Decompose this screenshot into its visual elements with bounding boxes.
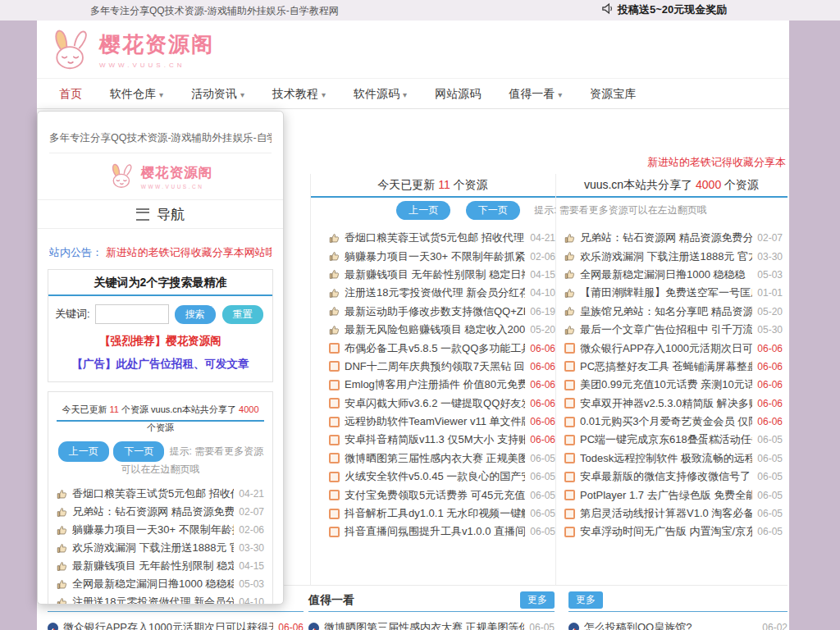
list-item[interactable]: 最新赚钱项目 无年龄性别限制 稳定日撸04-15: [57, 557, 264, 575]
list-item[interactable]: 欢乐游戏漏洞 下载注册送1888元 官方合03-30: [57, 539, 264, 557]
resource-list-left: 香烟口粮芙蓉王试货5元包邮 招收代理04-21躺赚暴力项目一天30+ 不限制年龄…: [329, 229, 555, 541]
list-item[interactable]: 微博晒图第三届性感内衣大赛 正规美图等你欣06-05: [329, 450, 555, 468]
resource-list-right: 兄弟站：钻石资源网 精品资源免费分享基地02-07欢乐游戏漏洞 下载注册送188…: [564, 229, 783, 541]
search-button[interactable]: 搜索: [175, 305, 216, 324]
nav-label: 技术教程: [272, 80, 318, 108]
item-date: 05-03: [239, 578, 264, 590]
list-item[interactable]: 火绒安全软件v5.0.45 一款良心的国产安全软件06-05: [329, 468, 555, 486]
list-item[interactable]: 最后一个文章广告位招租中 引千万流 聚八方05-30: [564, 321, 783, 339]
mobile-site-domain: WWW.VUUS.CN: [141, 184, 213, 189]
more-button[interactable]: 更多: [520, 591, 555, 609]
list-item[interactable]: 美团0.99元充值10元话费 亲测10元话费秒到06-06: [564, 376, 783, 394]
article-icon: [568, 623, 579, 630]
prev-page-button[interactable]: 上一页: [396, 201, 450, 220]
nav-item[interactable]: 值得一看▾: [495, 79, 576, 108]
item-date: 06-02: [762, 622, 788, 630]
nav-label: 活动资讯: [191, 80, 237, 108]
file-icon: [329, 398, 340, 409]
list-item[interactable]: 微博晒图第三届性感内衣大赛 正规美图等你欣赏06-05: [308, 618, 555, 630]
item-title: 全网最新稳定漏洞日撸1000 稳稳稳: [72, 577, 234, 591]
item-date: 01-01: [757, 287, 783, 299]
item-title: 最新赚钱项目 无年龄性别限制 稳定日撸: [72, 559, 234, 573]
item-title: PC端一键完成京东618叠蛋糕活动任务工具: [580, 432, 752, 447]
promo-banner[interactable]: 投稿送5~20元现金奖励: [601, 2, 727, 17]
item-date: 06-06: [757, 398, 783, 409]
nav-item[interactable]: 活动资讯▾: [177, 79, 258, 108]
file-icon: [564, 472, 575, 482]
keyword-input[interactable]: [95, 304, 169, 324]
list-item[interactable]: 欢乐游戏漏洞 下载注册送1888元 官方合作03-30: [564, 247, 783, 265]
prev-page-button[interactable]: 上一页: [58, 441, 109, 462]
nav-item[interactable]: 网站源码: [421, 79, 495, 108]
item-date: 06-05: [529, 622, 555, 630]
item-date: 06-06: [757, 361, 783, 372]
list-item[interactable]: 最新赚钱项目 无年龄性别限制 稳定日撸300+04-15: [329, 266, 555, 284]
nav-item[interactable]: 软件源码▾: [340, 79, 421, 108]
mobile-nav-toggle[interactable]: 导航: [38, 199, 283, 229]
list-item[interactable]: 最新无风险包赔赚钱项目 稳定收入200-500元05-20: [329, 321, 555, 339]
list-item[interactable]: 0.01元购买3个月爱奇艺黄金会员 仅限京东白06-06: [564, 413, 783, 431]
list-item[interactable]: PC恶搞整好友工具 苍蝇铺满屏幕整蛊专家 效06-06: [564, 358, 783, 376]
list-item[interactable]: 皇族馆兄弟站：知名分享吧 精品资源分享基地05-20: [564, 303, 783, 321]
site-header: 樱花资源阁 WWW.VUUS.CN: [37, 21, 789, 78]
list-item[interactable]: 最新运动助手修改步数支持微信QQ+ZFB步06-19: [329, 303, 555, 321]
nav-item[interactable]: 技术教程▾: [258, 79, 340, 108]
list-item[interactable]: 微众银行APP存入1000元活期次日可以获得无06-06: [564, 339, 783, 357]
rabbit-logo-icon[interactable]: [48, 26, 94, 74]
list-item[interactable]: 抖音解析工具dy1.0.1 无水印视频一键解析软件06-05: [329, 504, 555, 523]
list-item[interactable]: 安卓浮动时间无广告版 内置淘宝/京东/苏宁/掐06-05: [564, 523, 783, 541]
list-item[interactable]: 兄弟站：钻石资源网 精品资源免费分享基地02-07: [564, 229, 783, 247]
list-item[interactable]: 全网最新稳定漏洞日撸1000 稳稳稳05-03: [564, 266, 783, 284]
list-item[interactable]: 兄弟站：钻石资源网 精品资源免费分享基02-07: [57, 503, 264, 521]
list-item[interactable]: 安卓最新版的微信支持修改微信号了！ IOS版06-05: [564, 468, 783, 486]
item-date: 06-06: [530, 416, 555, 427]
list-item[interactable]: Todesk远程控制软件 极致流畅的远程协助工具06-05: [564, 450, 783, 468]
nav-item[interactable]: 软件仓库▾: [96, 79, 177, 108]
promo-text: 投稿送5~20元现金奖励: [618, 2, 727, 17]
list-item[interactable]: 抖音直播间氛围提升工具v1.0.0 直播间自动发06-05: [329, 523, 555, 541]
nav-item[interactable]: 资源宝库: [576, 79, 650, 108]
list-item[interactable]: 躺赚暴力项目一天30+ 不限制年龄抓紧上02-06: [57, 521, 264, 539]
ad-slot-link[interactable]: 【广告】此处广告位招租、可发文章: [52, 357, 269, 372]
item-title: 香烟口粮芙蓉王试货5元包邮 招收代理: [345, 231, 525, 245]
list-item[interactable]: 第启灵活动线报计算器V1.0 淘客必备的一款软06-05: [564, 504, 783, 523]
list-item[interactable]: 安卓闪截大师v3.6.2 一键提取QQ好友发的闪图06-06: [329, 395, 555, 413]
list-item[interactable]: DNF十二周年庆典预约领取7天黑钻 回归用户06-06: [329, 358, 555, 376]
list-item[interactable]: 躺赚暴力项目一天30+ 不限制年龄抓紧上车02-06: [329, 247, 555, 265]
nav-item[interactable]: 首页: [45, 79, 96, 108]
list-item[interactable]: PC端一键完成京东618叠蛋糕活动任务工具06-05: [564, 431, 783, 449]
bottom-panel-list-3: 怎么投稿到QQ皇族馆?06-02: [568, 618, 788, 630]
next-page-button[interactable]: 下一页: [466, 201, 520, 220]
list-item[interactable]: 注册送18元零投资做代理 新会员分红存100004-10: [329, 284, 555, 302]
more-button[interactable]: 更多: [568, 591, 603, 609]
thumbs-up-icon: [329, 269, 340, 280]
recommend-ad-link[interactable]: 【强烈推荐】樱花资源阁: [52, 334, 269, 349]
item-title: Emlog博客用户注册插件 价值80元免费分享: [345, 377, 525, 392]
list-item[interactable]: 香烟口粮芙蓉王试货5元包邮 招收代理04-21: [57, 485, 264, 503]
announcement-icon: [601, 2, 614, 17]
file-icon: [329, 343, 340, 354]
list-item[interactable]: 怎么投稿到QQ皇族馆?06-02: [568, 618, 788, 630]
list-item[interactable]: Emlog博客用户注册插件 价值80元免费分享06-06: [329, 376, 555, 394]
list-item[interactable]: 微众银行APP存入1000元活期次日可以获得无门06-06: [48, 618, 304, 630]
list-item[interactable]: 安卓抖音精简版v11.3 仅5M大小 支持账号登录06-06: [329, 431, 555, 449]
brand-block[interactable]: 樱花资源阁 WWW.VUUS.CN: [99, 30, 214, 69]
mobile-brand[interactable]: 樱花资源阁 WWW.VUUS.CN: [38, 160, 283, 193]
list-item[interactable]: 布偶必备工具v5.8.5 一款QQ多功能工具软件06-06: [329, 339, 555, 357]
bottom-panel-list-2: 微博晒图第三届性感内衣大赛 正规美图等你欣赏06-05: [308, 618, 555, 630]
reset-button[interactable]: 重置: [222, 305, 263, 324]
list-item[interactable]: 全网最新稳定漏洞日撸1000 稳稳稳05-03: [57, 575, 264, 593]
list-item[interactable]: 注册送18元零投资做代理 新会员分红存04-10: [57, 593, 264, 605]
list-item[interactable]: PotPlayer 1.7 去广告绿色版 免费全能影音播06-05: [564, 486, 783, 504]
file-icon: [564, 509, 575, 519]
list-item[interactable]: 安卓双开神器v2.5.3.0精简版 解决多账号切换06-06: [564, 395, 783, 413]
list-item[interactable]: 远程协助软件TeamViewer v11 单文件版 方便06-06: [329, 413, 555, 431]
list-item[interactable]: 支付宝免费领取5元话费券 可45元充值三网5006-05: [329, 486, 555, 504]
file-icon: [564, 361, 575, 372]
list-item[interactable]: 香烟口粮芙蓉王试货5元包邮 招收代理04-21: [329, 229, 555, 247]
next-page-button[interactable]: 下一页: [113, 441, 164, 462]
item-date: 06-06: [757, 416, 783, 427]
total-count: 4000: [696, 178, 721, 191]
file-icon: [329, 435, 340, 445]
list-item[interactable]: 【莆田潮牌鞋服】免费送空军一号匡威1970s01-01: [564, 284, 783, 302]
